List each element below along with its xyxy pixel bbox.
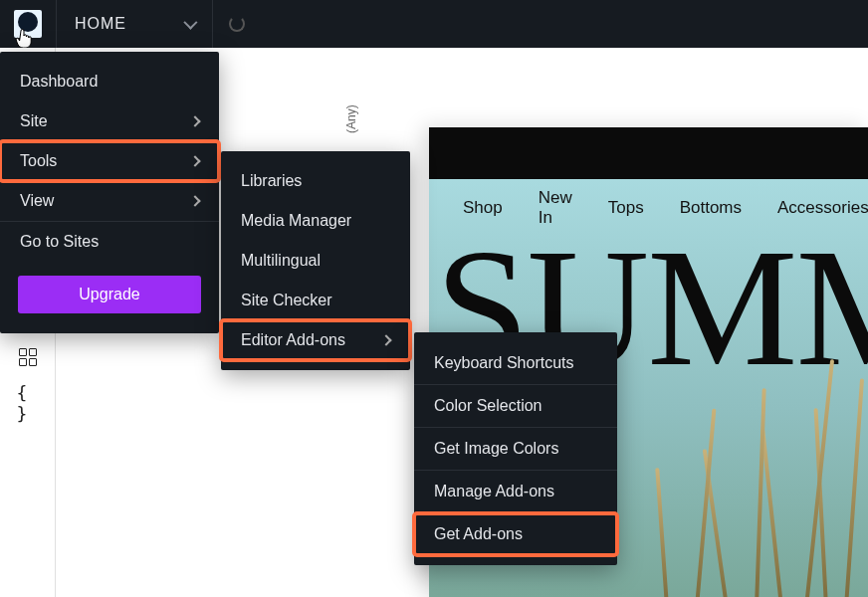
menu-item-label: Site Checker	[241, 292, 332, 309]
upgrade-button[interactable]: Upgrade	[18, 276, 201, 313]
chevron-right-icon	[189, 115, 200, 126]
menu-item-label: Go to Sites	[20, 233, 99, 251]
main-menu: Dashboard Site Tools View Go to Sites Up…	[0, 52, 219, 333]
menu-item-label: Libraries	[241, 172, 302, 190]
tools-submenu: Libraries Media Manager Multilingual Sit…	[221, 151, 410, 370]
menu-item-dashboard[interactable]: Dashboard	[0, 62, 219, 101]
spinner-icon	[229, 16, 245, 32]
grid-icon[interactable]	[17, 346, 39, 368]
loading-indicator	[213, 0, 261, 48]
top-bar: HOME	[0, 0, 868, 48]
submenu-item-media-manager[interactable]: Media Manager	[221, 201, 410, 241]
menu-item-label: Media Manager	[241, 212, 351, 230]
menu-item-tools[interactable]: Tools	[0, 141, 219, 181]
menu-item-site[interactable]: Site	[0, 101, 219, 141]
submenu-item-libraries[interactable]: Libraries	[221, 161, 410, 201]
chevron-right-icon	[380, 334, 391, 345]
submenu-item-site-checker[interactable]: Site Checker	[221, 281, 410, 320]
home-dropdown[interactable]: HOME	[56, 0, 213, 48]
logo-icon	[14, 10, 42, 38]
submenu-item-editor-addons[interactable]: Editor Add-ons	[221, 320, 410, 360]
addons-item-manage-addons[interactable]: Manage Add-ons	[414, 471, 617, 513]
addons-item-color-selection[interactable]: Color Selection	[414, 385, 617, 428]
menu-item-go-to-sites[interactable]: Go to Sites	[0, 221, 219, 262]
home-label: HOME	[75, 15, 126, 33]
menu-item-label: Multilingual	[241, 252, 321, 270]
menu-item-label: Color Selection	[434, 397, 542, 415]
addons-item-get-addons[interactable]: Get Add-ons	[414, 513, 617, 555]
submenu-item-multilingual[interactable]: Multilingual	[221, 241, 410, 281]
menu-item-label: View	[20, 192, 54, 210]
menu-item-label: Editor Add-ons	[241, 331, 345, 349]
menu-item-label: Get Image Colors	[434, 440, 558, 458]
menu-item-label: Get Add-ons	[434, 525, 523, 543]
site-header-stripe	[429, 127, 868, 179]
code-braces-icon[interactable]: { }	[17, 392, 39, 414]
addons-item-get-image-colors[interactable]: Get Image Colors	[414, 428, 617, 471]
menu-item-label: Dashboard	[20, 73, 98, 91]
addons-submenu: Keyboard Shortcuts Color Selection Get I…	[414, 332, 617, 565]
chevron-down-icon	[183, 16, 197, 30]
breakpoint-label: (Any)	[344, 104, 358, 133]
menu-item-label: Keyboard Shortcuts	[434, 354, 574, 372]
chevron-right-icon	[189, 195, 200, 206]
chevron-right-icon	[189, 155, 200, 166]
menu-item-label: Site	[20, 112, 48, 130]
addons-item-keyboard-shortcuts[interactable]: Keyboard Shortcuts	[414, 342, 617, 385]
upgrade-label: Upgrade	[79, 286, 139, 303]
menu-item-view[interactable]: View	[0, 181, 219, 221]
menu-item-label: Manage Add-ons	[434, 483, 554, 500]
logo-cell[interactable]	[0, 0, 56, 48]
menu-item-label: Tools	[20, 152, 57, 170]
